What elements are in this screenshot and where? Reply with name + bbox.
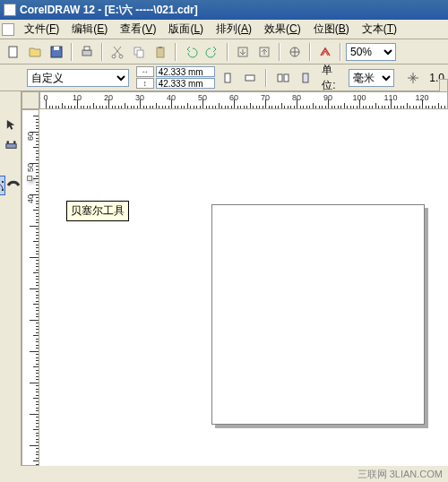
open-button[interactable] [25,42,45,62]
vertical-ruler[interactable]: 605040 [22,109,39,466]
interactive-fill-tool[interactable] [1,135,21,155]
drawing-canvas[interactable] [39,109,448,466]
menubar: 文件(F)编辑(E)查看(V)版面(L)排列(A)效果(C)位图(B)文本(T) [0,20,448,39]
undo-button[interactable] [181,42,201,62]
svg-rect-2 [54,47,59,50]
corel-online-button[interactable] [315,42,335,62]
menu-b[interactable]: 位图(B) [308,20,355,39]
redo-button[interactable] [202,42,222,62]
svg-rect-0 [9,47,17,57]
page-width-input[interactable] [156,66,215,77]
print-button[interactable] [77,42,97,62]
svg-rect-24 [2,181,4,183]
zoom-select[interactable]: 50% [346,43,396,61]
width-icon: ↔ [136,66,154,77]
copy-button[interactable] [129,42,149,62]
page-dimensions: ↔ ↕ [136,66,215,89]
page-current-button[interactable] [296,68,314,88]
export-button[interactable] [254,42,274,62]
svg-rect-10 [159,47,162,48]
svg-rect-22 [2,189,4,191]
svg-rect-4 [84,47,90,50]
window-titlebar: CorelDRAW 12 - [E:\六 -----\021.cdr] [0,0,448,20]
new-button[interactable] [4,42,23,62]
svg-rect-8 [137,50,143,57]
pages-facing-button[interactable] [273,68,292,88]
unit-select[interactable]: 毫米 [349,69,394,87]
app-launcher-button[interactable] [285,42,305,62]
svg-rect-14 [225,73,230,82]
menu-t[interactable]: 文本(T) [357,20,402,39]
portrait-button[interactable] [219,68,237,88]
window-title: CorelDRAW 12 - [E:\六 -----\021.cdr] [20,3,198,18]
svg-rect-38 [5,143,15,148]
svg-rect-15 [246,75,254,81]
nudge-icon [403,68,422,88]
watermark-text: 三联网 3LIAN.COM [358,468,443,481]
menu-v[interactable]: 查看(V) [115,20,161,39]
curve-flyout-toolbar [27,176,32,181]
ruler-origin[interactable] [22,91,39,109]
svg-rect-9 [157,47,164,57]
svg-rect-17 [284,74,289,82]
landscape-button[interactable] [241,68,260,88]
svg-point-39 [6,141,9,143]
svg-point-40 [13,141,15,143]
svg-rect-3 [82,50,91,56]
cut-button[interactable] [108,42,127,62]
menu-l[interactable]: 版面(L) [163,20,209,39]
page-rectangle [211,204,425,425]
svg-rect-16 [278,74,282,82]
unit-label: 单位: [322,63,345,93]
svg-rect-18 [303,73,308,82]
page-height-input[interactable] [156,78,215,89]
standard-toolbar: 50% [0,39,448,65]
menu-c[interactable]: 效果(C) [259,20,306,39]
paste-button[interactable] [151,42,170,62]
artistic-media-flyout-button[interactable] [5,176,22,195]
horizontal-ruler[interactable]: 0102030405060708090100110120130 [39,91,448,109]
pick-tool[interactable] [1,115,21,134]
property-bar: 自定义 ↔ ↕ 单位: 毫米 1.0 [0,65,448,91]
menu-a[interactable]: 排列(A) [211,20,257,39]
import-button[interactable] [233,42,253,62]
app-icon [4,4,16,16]
menu-app-icon[interactable] [2,23,14,36]
workspace: 0102030405060708090100110120130 605040 贝… [0,91,448,466]
paper-size-select[interactable]: 自定义 [27,69,129,87]
save-button[interactable] [47,42,66,62]
toolbox [0,91,22,466]
tool-tooltip: 贝塞尔工具 [66,201,129,221]
menu-f[interactable]: 文件(F) [19,20,65,39]
height-icon: ↕ [136,78,154,89]
menu-e[interactable]: 编辑(E) [66,20,113,39]
